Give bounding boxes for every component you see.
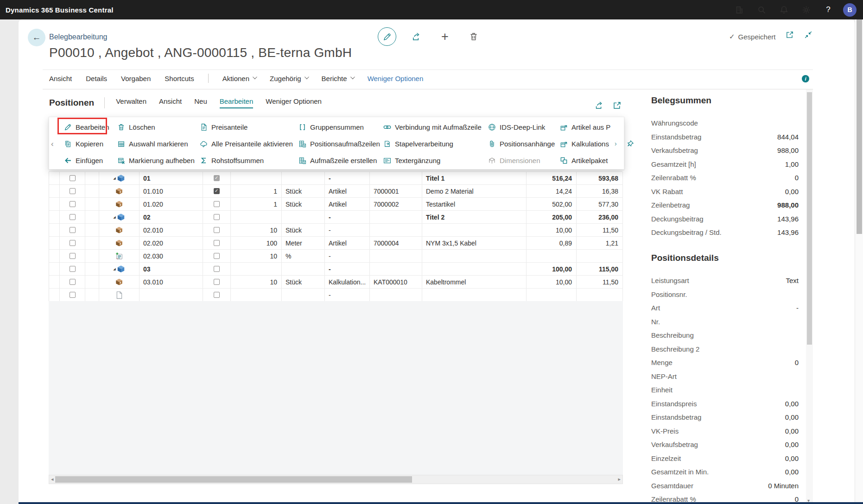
action-menu-item[interactable]: Preisanteile bbox=[198, 119, 297, 135]
lines-menu-item[interactable]: Weniger Optionen bbox=[266, 97, 322, 108]
back-button[interactable]: ← bbox=[28, 29, 45, 46]
action-menu-item[interactable]: Rohstoffsummen bbox=[198, 152, 297, 169]
totals-value[interactable]: 844,04 bbox=[777, 133, 799, 141]
open-in-window-icon[interactable] bbox=[786, 31, 794, 39]
scrollbar-right-arrow-icon[interactable]: ▸ bbox=[618, 476, 621, 482]
lines-menu-item[interactable]: Verwalten bbox=[116, 97, 146, 108]
action-menu-item[interactable]: Artikel aus P bbox=[558, 119, 628, 135]
row-checkbox[interactable] bbox=[70, 240, 76, 246]
action-menu-item[interactable]: Verbindung mit Aufmaßzeile bbox=[381, 119, 486, 135]
action-menu-item[interactable]: Dimensionen bbox=[486, 152, 558, 169]
row-checkbox[interactable] bbox=[70, 214, 76, 220]
pin-icon[interactable] bbox=[626, 140, 634, 148]
action-menu-item[interactable]: Auswahl markieren bbox=[115, 135, 198, 152]
breadcrumb[interactable]: Belegbearbeitung bbox=[49, 33, 107, 41]
delete-record-button[interactable] bbox=[465, 27, 482, 46]
row-checkbox[interactable] bbox=[70, 266, 76, 272]
ribbon-tab[interactable]: Details bbox=[86, 75, 107, 82]
table-row[interactable]: 02.020 100 Meter Artikel 7000004 NYM 3x1… bbox=[49, 237, 622, 250]
collapse-window-icon[interactable] bbox=[804, 31, 812, 39]
action-menu-item[interactable]: Positionsanhänge bbox=[486, 135, 558, 152]
flag-checkbox[interactable] bbox=[214, 227, 220, 233]
inner-vertical-scrollbar[interactable]: ▾ bbox=[806, 89, 813, 504]
horizontal-scrollbar[interactable]: ◂ ▸ bbox=[49, 475, 623, 484]
ribbon-menu[interactable]: Zugehörig bbox=[270, 75, 308, 82]
flag-checkbox[interactable] bbox=[214, 214, 220, 220]
flag-checkbox[interactable] bbox=[214, 188, 220, 194]
action-menu-item[interactable]: Gruppensummen bbox=[297, 119, 381, 135]
horizontal-scrollbar-thumb[interactable] bbox=[55, 476, 412, 483]
action-menu-item[interactable]: Textergänzung bbox=[381, 152, 486, 169]
detail-value[interactable]: - bbox=[796, 304, 799, 312]
action-menu-item[interactable]: Bearbeiten bbox=[62, 119, 115, 135]
user-avatar[interactable]: B bbox=[843, 3, 857, 17]
search-icon[interactable] bbox=[750, 0, 773, 19]
row-checkbox[interactable] bbox=[70, 201, 76, 207]
detail-value[interactable]: 0,00 bbox=[785, 400, 799, 408]
flag-checkbox[interactable] bbox=[214, 266, 220, 272]
lines-menu-item[interactable]: Bearbeiten bbox=[220, 97, 254, 108]
action-menu-item[interactable]: Kopieren bbox=[62, 135, 115, 152]
ribbon-tab[interactable]: Shortcuts bbox=[165, 75, 194, 82]
action-menu-item[interactable]: Kalkulations › bbox=[558, 135, 628, 152]
row-checkbox[interactable] bbox=[70, 292, 76, 298]
share-button[interactable] bbox=[407, 27, 425, 46]
detail-value[interactable]: 0,00 bbox=[785, 454, 799, 462]
totals-value[interactable]: 143,96 bbox=[777, 228, 799, 236]
ribbon-tab[interactable]: Ansicht bbox=[49, 75, 72, 82]
row-checkbox[interactable] bbox=[70, 227, 76, 233]
help-icon[interactable]: ? bbox=[817, 0, 839, 19]
lines-menu-item[interactable]: Neu bbox=[194, 97, 207, 108]
table-row[interactable]: 03.010 10 Stück Kalkulation... KAT000010… bbox=[49, 276, 622, 289]
window-vertical-scrollbar[interactable] bbox=[855, 19, 863, 504]
notifications-icon[interactable] bbox=[773, 0, 795, 19]
ribbon-tab[interactable]: Vorgaben bbox=[121, 75, 151, 82]
inner-scrollbar-thumb[interactable] bbox=[807, 92, 812, 345]
flag-checkbox[interactable] bbox=[214, 201, 220, 207]
window-scrollbar-thumb[interactable] bbox=[857, 19, 862, 234]
ribbon-menu[interactable]: Aktionen bbox=[222, 75, 256, 82]
detail-value[interactable]: 0,00 bbox=[785, 441, 799, 448]
table-row[interactable]: 02.030 10 % - bbox=[49, 250, 622, 263]
expand-triangle-icon[interactable]: ◢ bbox=[113, 215, 115, 219]
table-row[interactable]: ◢ 03 - 100,00 115,00 bbox=[49, 263, 622, 276]
flag-checkbox[interactable] bbox=[214, 240, 220, 246]
company-switcher-icon[interactable] bbox=[728, 0, 750, 19]
expand-triangle-icon[interactable]: ◢ bbox=[113, 176, 115, 180]
table-row[interactable]: 01.020 1 Stück Artikel 7000002 Testartik… bbox=[49, 198, 622, 211]
flag-checkbox[interactable] bbox=[214, 253, 220, 259]
table-row[interactable]: 01.010 1 Stück Artikel 7000001 Demo 2 Ma… bbox=[49, 185, 622, 198]
edit-mode-button[interactable] bbox=[378, 27, 396, 46]
totals-value[interactable]: 0 bbox=[795, 174, 799, 182]
open-lines-icon[interactable] bbox=[613, 101, 622, 110]
action-menu-item[interactable]: Positionsaufmaßzeilen bbox=[297, 135, 381, 152]
scroll-left-icon[interactable]: ‹ bbox=[51, 139, 54, 149]
action-menu-item[interactable]: Aufmaßzeile erstellen bbox=[297, 152, 381, 169]
totals-value[interactable]: 0,00 bbox=[785, 188, 799, 195]
action-menu-item[interactable]: Artikelpaket bbox=[558, 152, 628, 169]
table-row[interactable]: 02.010 10 Stück - 10,00 11,50 bbox=[49, 224, 622, 237]
action-menu-item[interactable]: IDS-Deep-Link bbox=[486, 119, 558, 135]
flag-checkbox[interactable] bbox=[214, 279, 220, 285]
flag-checkbox[interactable] bbox=[214, 175, 220, 181]
detail-value[interactable]: 0,00 bbox=[785, 413, 799, 421]
scrollbar-left-arrow-icon[interactable]: ◂ bbox=[51, 476, 54, 482]
detail-value[interactable]: Text bbox=[786, 277, 799, 284]
totals-value[interactable]: 988,00 bbox=[777, 201, 799, 209]
table-row[interactable]: ◢ 01 - Titel 1 516,24 593,68 bbox=[49, 172, 622, 185]
row-checkbox[interactable] bbox=[70, 175, 76, 181]
detail-value[interactable]: 0 bbox=[795, 359, 799, 366]
detail-value[interactable]: 0 Minuten bbox=[768, 482, 799, 490]
action-menu-item[interactable]: Löschen bbox=[115, 119, 198, 135]
totals-value[interactable]: 143,96 bbox=[777, 215, 799, 223]
detail-value[interactable]: 0,00 bbox=[785, 427, 799, 435]
action-menu-item[interactable]: Stapelverarbeitung bbox=[381, 135, 486, 152]
lines-menu-item[interactable]: Ansicht bbox=[159, 97, 182, 108]
totals-value[interactable]: 988,00 bbox=[777, 146, 799, 154]
totals-value[interactable]: 1,00 bbox=[785, 160, 799, 168]
table-row[interactable]: - bbox=[49, 289, 622, 302]
flag-checkbox[interactable] bbox=[214, 292, 220, 298]
ribbon-menu[interactable]: Berichte bbox=[322, 75, 354, 82]
settings-gear-icon[interactable] bbox=[795, 0, 817, 19]
info-icon[interactable]: i bbox=[802, 75, 809, 82]
